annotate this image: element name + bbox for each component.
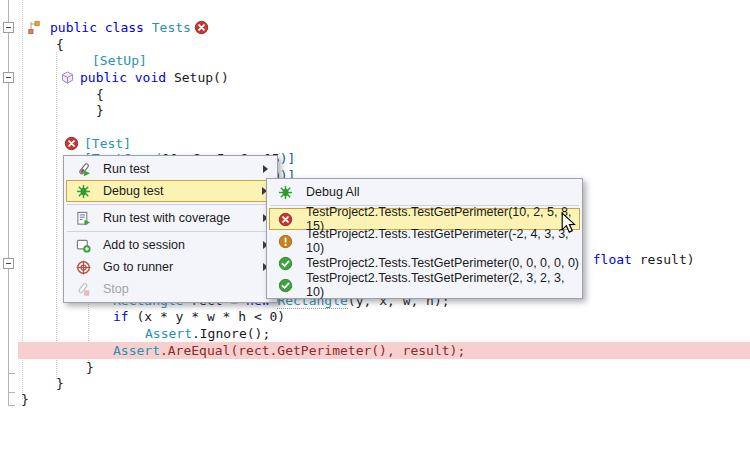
mouse-cursor <box>560 212 576 238</box>
submenu-item-testproject2-tests-testgetperimeter-2-4-[interactable]: TestProject2.Tests.TestGetPerimeter(-2, … <box>269 230 580 252</box>
menu-item-run-test[interactable]: Run test <box>66 158 275 180</box>
code-line: public class Tests <box>50 19 191 36</box>
code-line: [Test] <box>84 135 131 152</box>
test-context-menu: Run testDebug testRun test with coverage… <box>63 155 278 303</box>
menu-item-label: TestProject2.Tests.TestGetPerimeter(-2, … <box>306 227 580 255</box>
menu-item-label: Run test with coverage <box>103 211 263 225</box>
menu-item-label: Debug test <box>103 184 262 198</box>
run-test-icon <box>75 161 92 177</box>
debug-icon <box>75 183 92 199</box>
menu-item-label: Go to runner <box>103 260 263 274</box>
runner-icon <box>75 259 92 275</box>
submenu-arrow-icon <box>263 165 268 173</box>
code-line: if (x * y * w * h < 0) <box>113 308 285 325</box>
stop-icon <box>75 281 92 297</box>
menu-item-label: Debug All <box>306 185 580 199</box>
code-line: Assert.Ignore(); <box>145 325 270 342</box>
menu-item-stop: Stop <box>66 278 275 300</box>
code-line: public void Setup() <box>80 69 229 86</box>
code-line: { <box>56 36 64 53</box>
menu-item-label: TestProject2.Tests.TestGetPerimeter(2, 3… <box>306 271 580 299</box>
submenu-item-testproject2-tests-testgetperimeter-2-3-[interactable]: TestProject2.Tests.TestGetPerimeter(2, 3… <box>269 274 580 296</box>
code-editor-screen: public class Tests{[SetUp]public void Se… <box>0 0 750 476</box>
menu-item-label: TestProject2.Tests.TestGetPerimeter(0, 0… <box>306 256 580 270</box>
code-line: } <box>86 359 94 376</box>
add-session-icon <box>75 237 92 253</box>
code-line: } <box>96 102 104 119</box>
menu-item-label: Run test <box>103 162 263 176</box>
menu-separator <box>67 231 274 232</box>
code-line: { <box>96 86 104 103</box>
error-status-icon <box>194 20 209 35</box>
error-icon <box>277 211 294 227</box>
menu-item-label: Add to session <box>103 238 263 252</box>
menu-item-go-to-runner[interactable]: Go to runner <box>66 256 275 278</box>
menu-separator <box>67 204 274 205</box>
code-line: } <box>21 391 29 408</box>
menu-item-debug-test[interactable]: Debug test <box>66 180 275 202</box>
warning-icon <box>277 233 294 249</box>
menu-item-label: Stop <box>103 282 275 296</box>
success-icon <box>277 277 294 293</box>
code-line: [SetUp] <box>92 52 147 69</box>
submenu-item-debug-all[interactable]: Debug All <box>269 181 580 203</box>
error-status-icon <box>64 136 79 151</box>
success-icon <box>277 255 294 271</box>
code-line: Assert.AreEqual(rect.GetPerimeter(), res… <box>113 342 465 359</box>
coverage-icon <box>75 210 92 226</box>
code-line: } <box>56 375 64 392</box>
debug-test-submenu: Debug AllTestProject2.Tests.TestGetPerim… <box>266 178 583 299</box>
menu-item-add-to-session[interactable]: Add to session <box>66 234 275 256</box>
menu-item-run-test-with-coverage[interactable]: Run test with coverage <box>66 207 275 229</box>
debug-icon <box>277 184 294 200</box>
